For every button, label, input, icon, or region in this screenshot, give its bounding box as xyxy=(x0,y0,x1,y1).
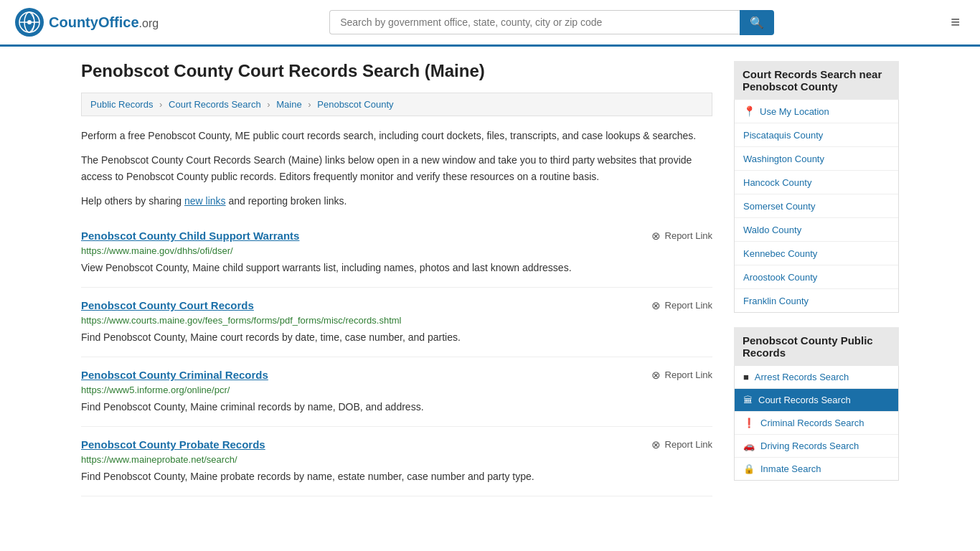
page-title: Penobscot County Court Records Search (M… xyxy=(81,61,712,81)
breadcrumb-sep-1: › xyxy=(159,99,162,110)
record-title-link[interactable]: Penobscot County Court Records xyxy=(81,299,254,311)
use-my-location-item[interactable]: 📍 Use My Location xyxy=(735,100,898,123)
list-item[interactable]: Aroostook County xyxy=(735,265,898,289)
logo-icon xyxy=(14,7,44,37)
public-records-section: Penobscot County Public Records ■ Arrest… xyxy=(734,327,899,481)
location-dot-icon: 📍 xyxy=(743,105,755,117)
new-links-link[interactable]: new links xyxy=(184,195,226,207)
record-url: https://www.maine.gov/dhhs/ofi/dser/ xyxy=(81,245,712,256)
court-records-label: Court Records Search xyxy=(758,395,851,405)
report-icon: ⊗ xyxy=(651,438,661,451)
main-container: Penobscot County Court Records Search (M… xyxy=(67,47,913,511)
record-title-link[interactable]: Penobscot County Criminal Records xyxy=(81,369,268,381)
record-description: Find Penobscot County, Maine court recor… xyxy=(81,330,712,345)
desc3-prefix: Help others by sharing xyxy=(81,195,184,207)
breadcrumb-public-records[interactable]: Public Records xyxy=(90,99,153,110)
search-input[interactable] xyxy=(329,10,740,34)
county-link[interactable]: Somerset County xyxy=(743,201,815,212)
report-icon: ⊗ xyxy=(651,230,661,242)
record-url: https://www5.informe.org/online/pcr/ xyxy=(81,385,712,395)
report-link-button[interactable]: ⊗ Report Link xyxy=(651,299,712,312)
county-link[interactable]: Kennebec County xyxy=(743,248,817,259)
logo-wordmark: CountyOffice.org xyxy=(49,14,159,31)
breadcrumb: Public Records › Court Records Search › … xyxy=(81,93,712,116)
record-header: Penobscot County Court Records ⊗ Report … xyxy=(81,299,712,312)
public-records-list: ■ Arrest Records Search 🏛 Court Records … xyxy=(734,366,899,481)
logo: CountyOffice.org xyxy=(14,7,159,37)
search-icon: 🔍 xyxy=(750,17,764,29)
logo-suffix: .org xyxy=(139,17,159,29)
report-label: Report Link xyxy=(665,439,712,450)
record-header: Penobscot County Criminal Records ⊗ Repo… xyxy=(81,369,712,382)
list-item[interactable]: Kennebec County xyxy=(735,242,898,265)
report-link-button[interactable]: ⊗ Report Link xyxy=(651,369,712,382)
breadcrumb-sep-2: › xyxy=(267,99,270,110)
criminal-records-icon: ❗ xyxy=(743,418,755,428)
sidebar-item-arrest-records[interactable]: ■ Arrest Records Search xyxy=(735,366,898,389)
breadcrumb-sep-3: › xyxy=(308,99,311,110)
inmate-search-icon: 🔒 xyxy=(743,463,755,474)
breadcrumb-court-records-search[interactable]: Court Records Search xyxy=(169,99,261,110)
records-list: Penobscot County Child Support Warrants … xyxy=(81,218,712,496)
criminal-records-link[interactable]: Criminal Records Search xyxy=(760,418,864,428)
header: CountyOffice.org 🔍 ≡ xyxy=(0,0,980,47)
record-item: Penobscot County Probate Records ⊗ Repor… xyxy=(81,427,712,496)
logo-name: CountyOffice xyxy=(49,14,139,30)
report-link-button[interactable]: ⊗ Report Link xyxy=(651,438,712,451)
arrest-records-link[interactable]: Arrest Records Search xyxy=(755,372,849,382)
list-item[interactable]: Waldo County xyxy=(735,218,898,242)
list-item[interactable]: Piscataquis County xyxy=(735,123,898,147)
report-link-button[interactable]: ⊗ Report Link xyxy=(651,230,712,242)
hamburger-menu-button[interactable]: ≡ xyxy=(945,10,966,34)
inmate-search-link[interactable]: Inmate Search xyxy=(760,463,821,474)
nearby-section: Court Records Search near Penobscot Coun… xyxy=(734,61,899,313)
driving-records-icon: 🚗 xyxy=(743,441,755,451)
sidebar-item-criminal-records[interactable]: ❗ Criminal Records Search xyxy=(735,412,898,435)
county-link[interactable]: Washington County xyxy=(743,154,824,164)
svg-point-4 xyxy=(27,20,32,24)
list-item[interactable]: Washington County xyxy=(735,147,898,171)
record-title-link[interactable]: Penobscot County Child Support Warrants xyxy=(81,230,299,242)
record-url: https://www.maineprobate.net/search/ xyxy=(81,454,712,465)
report-icon: ⊗ xyxy=(651,299,661,312)
search-button[interactable]: 🔍 xyxy=(740,10,774,35)
county-link[interactable]: Waldo County xyxy=(743,225,801,235)
nearby-section-title: Court Records Search near Penobscot Coun… xyxy=(734,61,899,100)
sidebar: Court Records Search near Penobscot Coun… xyxy=(734,61,899,496)
sidebar-item-driving-records[interactable]: 🚗 Driving Records Search xyxy=(735,435,898,458)
record-header: Penobscot County Probate Records ⊗ Repor… xyxy=(81,438,712,451)
county-link[interactable]: Aroostook County xyxy=(743,272,817,283)
desc3-suffix: and reporting broken links. xyxy=(226,195,347,207)
sidebar-item-inmate-search[interactable]: 🔒 Inmate Search xyxy=(735,458,898,480)
record-item: Penobscot County Court Records ⊗ Report … xyxy=(81,288,712,357)
sidebar-item-court-records[interactable]: 🏛 Court Records Search xyxy=(735,389,898,412)
use-my-location-link[interactable]: Use My Location xyxy=(760,106,829,117)
breadcrumb-maine[interactable]: Maine xyxy=(276,99,301,110)
report-label: Report Link xyxy=(665,300,712,311)
description-2: The Penobscot County Court Records Searc… xyxy=(81,152,712,184)
record-item: Penobscot County Criminal Records ⊗ Repo… xyxy=(81,357,712,427)
list-item[interactable]: Hancock County xyxy=(735,171,898,194)
public-records-section-title: Penobscot County Public Records xyxy=(734,327,899,366)
list-item[interactable]: Somerset County xyxy=(735,194,898,218)
driving-records-link[interactable]: Driving Records Search xyxy=(760,441,859,451)
court-records-icon: 🏛 xyxy=(743,395,753,405)
record-description: Find Penobscot County, Maine criminal re… xyxy=(81,400,712,415)
record-item: Penobscot County Child Support Warrants … xyxy=(81,218,712,288)
report-icon: ⊗ xyxy=(651,369,661,382)
record-url: https://www.courts.maine.gov/fees_forms/… xyxy=(81,315,712,326)
record-description: View Penobscot County, Maine child suppo… xyxy=(81,260,712,276)
arrest-records-icon: ■ xyxy=(743,372,749,382)
content-area: Penobscot County Court Records Search (M… xyxy=(81,61,712,496)
record-description: Find Penobscot County, Maine probate rec… xyxy=(81,469,712,484)
report-label: Report Link xyxy=(665,369,712,380)
county-link[interactable]: Piscataquis County xyxy=(743,130,823,141)
description-3: Help others by sharing new links and rep… xyxy=(81,193,712,209)
list-item[interactable]: Franklin County xyxy=(735,289,898,312)
county-link[interactable]: Hancock County xyxy=(743,177,811,188)
record-title-link[interactable]: Penobscot County Probate Records xyxy=(81,438,265,451)
county-link[interactable]: Franklin County xyxy=(743,296,809,306)
description-1: Perform a free Penobscot County, ME publ… xyxy=(81,128,712,143)
record-header: Penobscot County Child Support Warrants … xyxy=(81,230,712,242)
breadcrumb-penobscot-county[interactable]: Penobscot County xyxy=(317,99,393,110)
